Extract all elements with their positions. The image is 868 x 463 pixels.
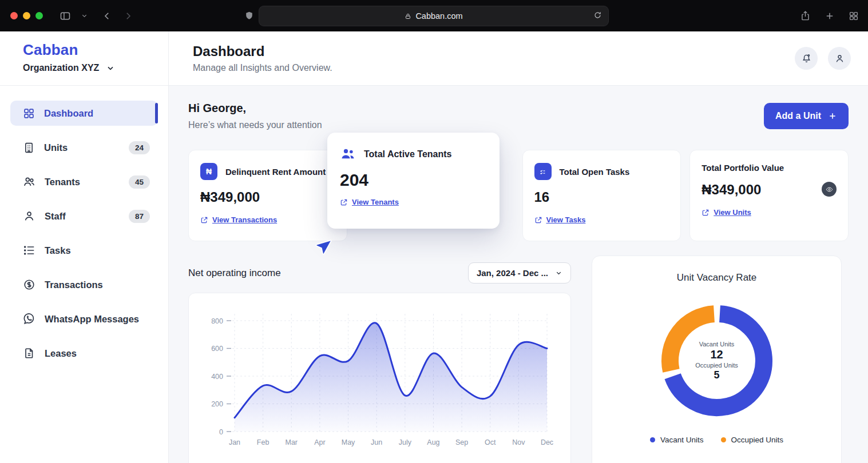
staff-count-badge: 87 (129, 210, 150, 223)
net-operating-income-section: Net operating income Jan, 2024 - Dec ...… (188, 256, 571, 463)
vacant-units-label: Vacant Units (699, 341, 735, 348)
sidebar-item-leases[interactable]: Leases (10, 341, 158, 366)
donut-legend: Vacant Units Occupied Units (650, 436, 783, 444)
card-title: Total Active Tenants (364, 149, 452, 159)
add-unit-button[interactable]: Add a Unit (764, 103, 849, 129)
date-range-value: Jan, 2024 - Dec ... (477, 268, 548, 278)
open-tasks-card: Total Open Tasks 16 View Tasks (522, 150, 681, 241)
sidebar-item-label: Tasks (45, 245, 71, 256)
sidebar-item-label: Dashboard (44, 108, 93, 119)
svg-text:July: July (399, 438, 412, 446)
external-link-icon (534, 216, 542, 224)
card-title: Total Portfolio Value (701, 163, 784, 173)
sidebar-toggle-icon[interactable] (60, 10, 71, 22)
page-header: Dashboard Manage all Insights and Overvi… (169, 31, 868, 86)
coin-icon (23, 278, 35, 291)
svg-text:0: 0 (219, 428, 223, 436)
view-units-link[interactable]: View Units (701, 208, 751, 217)
tenants-count-badge: 45 (129, 175, 150, 189)
chevron-down-icon (106, 63, 115, 73)
profile-button[interactable] (828, 47, 851, 70)
traffic-lights (10, 12, 43, 19)
sidebar-item-units[interactable]: Units 24 (10, 135, 158, 160)
svg-text:Mar: Mar (286, 438, 298, 446)
date-range-select[interactable]: Jan, 2024 - Dec ... (468, 262, 571, 284)
tab-overview-icon[interactable] (849, 11, 859, 21)
card-title: Total Open Tasks (560, 167, 630, 177)
sidebar-nav: Dashboard Units 24 Tenants 45 Staff 87 (0, 86, 168, 366)
legend-vacant-units: Vacant Units (650, 436, 704, 444)
sidebar-item-whatsapp[interactable]: WhatsApp Messages (10, 306, 158, 332)
page-title: Dashboard (193, 43, 332, 59)
card-title: Delinquent Rent Amount (225, 167, 326, 177)
sidebar-item-staff[interactable]: Staff 87 (10, 203, 158, 229)
occupied-units-value: 5 (714, 369, 719, 381)
notifications-button[interactable] (795, 47, 818, 70)
lock-icon (405, 13, 411, 20)
forward-button[interactable] (123, 11, 133, 21)
svg-text:Jun: Jun (371, 438, 382, 446)
reload-icon[interactable] (593, 11, 602, 21)
minimize-window-button[interactable] (23, 12, 30, 19)
svg-text:Oct: Oct (485, 438, 496, 446)
grid-icon (23, 107, 35, 119)
naira-icon: ₦ (200, 163, 217, 180)
shield-icon[interactable] (244, 10, 254, 21)
chrome-right-actions (800, 0, 859, 31)
unit-vacancy-card: Unit Vacancy Rate Vacant Units 12 Occupi… (592, 256, 842, 463)
svg-text:Sep: Sep (455, 438, 468, 446)
sidebar-item-dashboard[interactable]: Dashboard (10, 101, 158, 126)
svg-text:200: 200 (211, 400, 223, 408)
svg-text:Apr: Apr (314, 438, 325, 446)
add-unit-label: Add a Unit (775, 111, 821, 121)
active-tenants-card: Total Active Tenants 204 View Tenants (327, 133, 500, 229)
view-transactions-link[interactable]: View Transactions (200, 215, 277, 224)
people-filled-icon (340, 146, 356, 162)
svg-text:600: 600 (211, 345, 223, 353)
building-icon (23, 142, 35, 154)
address-bar[interactable]: Cabban.com (259, 6, 609, 26)
share-icon[interactable] (800, 10, 811, 21)
new-tab-icon[interactable] (825, 11, 835, 21)
external-link-icon (200, 216, 208, 224)
svg-text:400: 400 (211, 373, 223, 381)
chevron-down-icon[interactable] (81, 13, 88, 19)
view-tasks-link[interactable]: View Tasks (534, 215, 586, 224)
legend-dot-orange (721, 437, 726, 442)
units-count-badge: 24 (129, 141, 150, 154)
line-chart-card: 0200400600800JanFebMarAprMayJunJulyAugSe… (188, 293, 571, 463)
sidebar-item-label: WhatsApp Messages (45, 314, 139, 325)
legend-occupied-units: Occupied Units (721, 436, 784, 444)
browser-window: Cabban.com Cabban Organization XYZ (0, 0, 868, 463)
svg-text:Aug: Aug (427, 438, 439, 446)
zoom-window-button[interactable] (35, 12, 43, 19)
sidebar-item-label: Units (44, 142, 68, 153)
vacant-units-value: 12 (710, 348, 723, 361)
chevron-down-icon (555, 269, 562, 277)
close-window-button[interactable] (10, 12, 18, 19)
svg-text:May: May (342, 438, 355, 446)
sidebar: Cabban Organization XYZ Dashboard Units … (0, 31, 169, 463)
organization-selector[interactable]: Organization XYZ (23, 63, 157, 73)
whatsapp-icon (23, 313, 35, 325)
delinquent-rent-card: ₦ Delinquent Rent Amount ₦349,000 View T… (188, 150, 347, 241)
portfolio-value: ₦349,000 (701, 182, 761, 198)
organization-name: Organization XYZ (23, 63, 99, 73)
sidebar-item-tenants[interactable]: Tenants 45 (10, 169, 158, 194)
open-tasks-count: 16 (534, 189, 669, 205)
back-button[interactable] (102, 11, 112, 21)
occupied-units-label: Occupied Units (695, 362, 738, 369)
toggle-visibility-button[interactable] (822, 182, 837, 197)
sidebar-item-tasks[interactable]: Tasks (10, 238, 158, 263)
app-logo: Cabban (23, 41, 157, 59)
delinquent-amount: ₦349,000 (200, 189, 335, 205)
bell-icon (801, 53, 812, 64)
tasks-check-icon (534, 163, 552, 180)
checklist-icon (23, 244, 35, 257)
page-subtitle: Manage all Insights and Overview. (193, 63, 332, 73)
stats-row: ₦ Delinquent Rent Amount ₦349,000 View T… (188, 150, 849, 241)
sidebar-item-transactions[interactable]: Transactions (10, 272, 158, 297)
noi-chart: 0200400600800JanFebMarAprMayJunJulyAugSe… (193, 304, 562, 459)
view-tenants-link[interactable]: View Tenants (340, 198, 399, 206)
vacancy-title: Unit Vacancy Rate (677, 272, 757, 284)
